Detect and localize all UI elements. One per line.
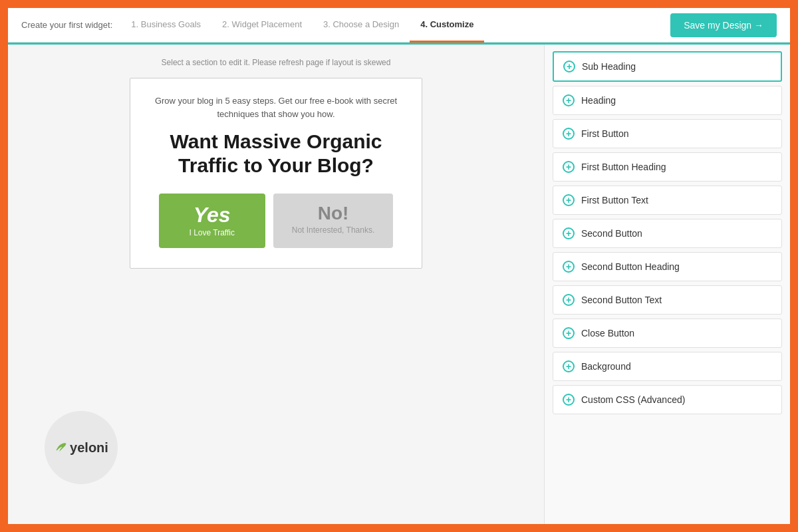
preview-hint: Select a section to edit it. Please refr… [162, 58, 391, 67]
yes-button-main: Yes [194, 204, 231, 225]
logo-text: yeloni [54, 438, 108, 457]
panel-item-label-first-button-text: First Button Text [581, 195, 648, 205]
panel-item-first-button-text[interactable]: + First Button Text [553, 186, 782, 215]
inner-wrap: Create your first widget: 1. Business Go… [8, 8, 790, 524]
widget-heading: Want Massive Organic Traffic to Your Blo… [150, 130, 402, 178]
nav-steps: Create your first widget: 1. Business Go… [21, 8, 484, 43]
main-content: Select a section to edit it. Please refr… [8, 43, 790, 524]
widget-box: Grow your blog in 5 easy steps. Get our … [130, 78, 422, 269]
outer-border: Create your first widget: 1. Business Go… [4, 4, 794, 528]
panel-item-close-button[interactable]: + Close Button [553, 319, 782, 348]
panel-item-label-second-button-heading: Second Button Heading [581, 261, 680, 272]
no-button-main: No! [318, 204, 349, 223]
panel-item-heading[interactable]: + Heading [553, 86, 782, 115]
panel-item-icon-first-button-text: + [563, 194, 575, 206]
yes-button-sub: I Love Traffic [189, 228, 234, 237]
right-panel: + Sub Heading + Heading + First Button +… [544, 45, 790, 524]
panel-item-sub-heading[interactable]: + Sub Heading [553, 51, 782, 82]
nav-step-widget-placement[interactable]: 2. Widget Placement [211, 8, 313, 43]
panel-item-icon-first-button: + [563, 128, 575, 140]
panel-item-label-sub-heading: Sub Heading [582, 61, 636, 72]
preview-area: Select a section to edit it. Please refr… [8, 45, 544, 524]
panel-item-second-button-text[interactable]: + Second Button Text [553, 285, 782, 315]
panel-item-icon-first-button-heading: + [563, 161, 575, 173]
panel-item-icon-second-button: + [563, 227, 575, 239]
panel-item-first-button[interactable]: + First Button [553, 119, 782, 148]
nav-create-label: Create your first widget: [21, 20, 112, 30]
panel-item-label-first-button: First Button [581, 128, 629, 139]
panel-item-label-close-button: Close Button [581, 328, 634, 338]
nav-step-choose-design[interactable]: 3. Choose a Design [313, 8, 410, 43]
save-button[interactable]: Save my Design → [670, 13, 777, 37]
logo-circle: yeloni [45, 411, 118, 484]
panel-item-label-second-button: Second Button [581, 228, 642, 239]
panel-item-icon-second-button-heading: + [563, 261, 575, 273]
widget-buttons: Yes I Love Traffic No! Not Interested, T… [150, 194, 402, 248]
logo-name: yeloni [70, 440, 108, 456]
widget-subheading: Grow your blog in 5 easy steps. Get our … [150, 94, 402, 120]
panel-item-icon-background: + [563, 360, 575, 372]
no-button-sub: Not Interested, Thanks. [292, 225, 375, 235]
logo-leaf-icon [54, 438, 68, 457]
nav-step-customize[interactable]: 4. Customize [410, 8, 484, 43]
panel-item-first-button-heading[interactable]: + First Button Heading [553, 152, 782, 182]
panel-item-icon-heading: + [563, 94, 575, 106]
panel-item-custom-css[interactable]: + Custom CSS (Advanced) [553, 385, 782, 414]
panel-item-label-second-button-text: Second Button Text [581, 295, 662, 305]
panel-item-second-button[interactable]: + Second Button [553, 219, 782, 248]
panel-item-label-first-button-heading: First Button Heading [581, 162, 666, 172]
top-nav: Create your first widget: 1. Business Go… [8, 8, 790, 43]
panel-item-icon-close-button: + [563, 327, 575, 339]
panel-item-icon-second-button-text: + [563, 294, 575, 306]
no-button[interactable]: No! Not Interested, Thanks. [273, 194, 394, 248]
panel-item-icon-sub-heading: + [563, 61, 575, 72]
panel-item-label-background: Background [581, 361, 631, 372]
panel-item-icon-custom-css: + [563, 394, 575, 406]
yes-button[interactable]: Yes I Love Traffic [159, 194, 265, 248]
panel-item-label-custom-css: Custom CSS (Advanced) [581, 394, 685, 405]
panel-item-label-heading: Heading [581, 95, 616, 106]
panel-item-background[interactable]: + Background [553, 352, 782, 381]
nav-step-business-goals[interactable]: 1. Business Goals [120, 8, 211, 43]
panel-item-second-button-heading[interactable]: + Second Button Heading [553, 252, 782, 281]
